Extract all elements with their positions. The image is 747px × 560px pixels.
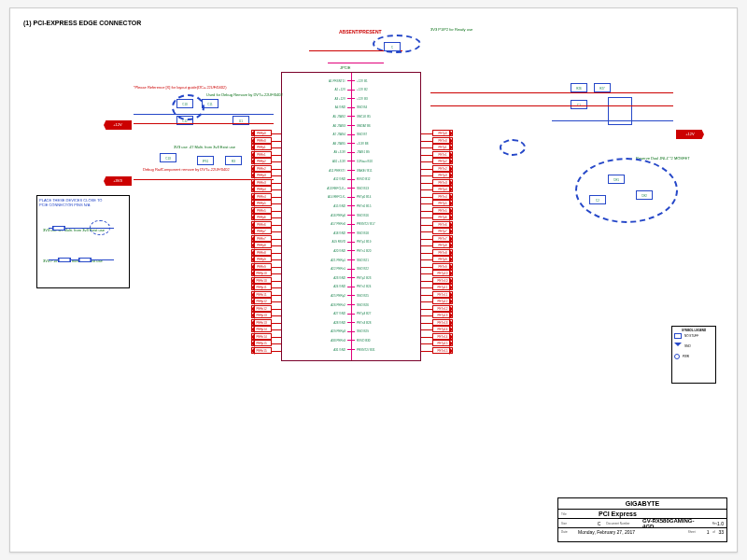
mini-circuit-1 — [49, 228, 114, 241]
pin-left: A28 GND — [282, 321, 347, 325]
pin-right: +12V B2 — [355, 88, 420, 91]
wire — [552, 120, 673, 121]
pin-right: PETp0 B14 — [355, 195, 420, 199]
pin-tick — [347, 340, 355, 341]
symbol-legend: SYMBOL LEGEND NO STUFF GND PWR — [671, 326, 716, 384]
note-ul-2: Used for Debug Remove by DVT=.22UF/0402 — [206, 92, 283, 97]
wire — [421, 301, 432, 302]
wire — [272, 231, 281, 232]
pin-left: A27 GND — [282, 312, 347, 315]
pin-left: A24 GND — [282, 285, 347, 288]
tb-of-label: of — [709, 530, 718, 534]
pin-row: A21 PERp1GND B21 — [282, 256, 420, 264]
pin-tick — [347, 304, 355, 305]
net-left: PERp13 — [251, 312, 272, 318]
pin-right: PETp1 B19 — [355, 240, 420, 244]
pin-row: A6 JTAG3SMDAT B6 — [282, 121, 420, 130]
wire — [272, 141, 281, 142]
component: CR2 — [636, 190, 653, 200]
wire — [272, 273, 281, 274]
pin-row: A29 PERp3GND B29 — [282, 328, 420, 336]
wire — [421, 175, 432, 176]
wire — [272, 239, 281, 240]
pin-row: A8 JTAG5+3.3V B8 — [282, 139, 420, 147]
wire — [421, 189, 432, 190]
tb-rev-label: Rev — [704, 522, 718, 525]
net-left: PERp8 — [251, 242, 272, 248]
pin-tick — [347, 232, 355, 233]
pin-tick — [347, 205, 355, 206]
pin-right: PRSNT2# B31 — [355, 348, 420, 352]
pin-row: A11 PERST#WAKE# B11 — [282, 166, 420, 175]
net-right: PETn15 — [432, 347, 453, 354]
wire — [272, 245, 281, 246]
pin-right: GND B18 — [355, 231, 420, 235]
pin-tick — [347, 80, 355, 81]
pin-right: PETn1 B20 — [355, 249, 420, 253]
net-left: PERp7 — [251, 228, 272, 234]
wire — [421, 343, 432, 344]
pin-row: A30 PERn3RSVD B30 — [282, 336, 420, 344]
pin-tick — [347, 331, 355, 332]
pin-row: A18 GNDGND B18 — [282, 229, 420, 237]
pin-right: SMDAT B6 — [355, 124, 420, 128]
net-left: PERn7 — [251, 235, 272, 242]
wire — [421, 211, 432, 212]
pin-tick — [347, 152, 355, 153]
pin-right: PETn2 B24 — [355, 285, 420, 288]
wire — [272, 295, 281, 296]
port-12v-right: +12V — [676, 130, 704, 139]
pin-row: A1 PRSNT1#+12V B1 — [282, 77, 420, 85]
net-right: PETn2 — [432, 165, 453, 172]
component: IPS1 — [197, 156, 214, 165]
pin-row: A14 REFCLK-PETp0 B14 — [282, 193, 420, 202]
sheet-title: (1) PCI-EXPRESS EDGE CONNECTOR — [23, 20, 141, 26]
pin-tick — [347, 314, 355, 315]
tb-title: PCI Express — [599, 511, 637, 517]
pin-tick — [347, 224, 355, 225]
pin-right: GND B13 — [355, 187, 420, 190]
wire — [421, 309, 432, 310]
pin-row: A4 GNDGND B4 — [282, 104, 420, 112]
wire — [134, 123, 274, 124]
highlight-mosfet — [575, 158, 678, 223]
legend-text: PWR — [683, 355, 689, 358]
notes-line-1: PCIE CONNECTOR PINS N/A — [39, 203, 127, 207]
net-left: PERp12 — [251, 298, 272, 304]
pin-left: A6 JTAG3 — [282, 124, 347, 128]
net-right: PETn1 — [432, 151, 453, 158]
pin-row: A31 GNDPRSNT2# B31 — [282, 345, 420, 354]
wire — [421, 239, 432, 240]
net-right: PETp11 — [432, 284, 453, 290]
pin-row: A24 GNDPETn2 B24 — [282, 283, 420, 291]
net-right: PETn5 — [432, 207, 453, 214]
wire — [421, 273, 432, 274]
mini-res — [52, 226, 65, 231]
pin-tick — [347, 287, 355, 287]
port-3v3: +3V3 — [104, 176, 132, 186]
tb-size: C — [598, 521, 607, 526]
pin-left: A15 GND — [282, 204, 347, 208]
net-left: PERp0 — [251, 130, 272, 136]
wire — [272, 281, 281, 282]
wire — [272, 211, 281, 212]
highlight-mid-right — [500, 139, 526, 156]
wire — [272, 169, 281, 170]
pin-tick — [347, 295, 355, 296]
tb-rev: 1.0 — [717, 521, 724, 526]
tb-title-label: Title — [561, 512, 599, 516]
pin-tick — [347, 170, 355, 171]
wire — [430, 92, 673, 93]
wire — [421, 147, 432, 148]
pin-tick — [347, 242, 355, 243]
pin-left: A19 RSVD — [282, 240, 347, 244]
wire — [421, 161, 432, 162]
wire — [272, 315, 281, 316]
pin-right: +12V B3 — [355, 97, 420, 101]
pin-row: A16 PERp0GND B16 — [282, 211, 420, 219]
pin-row: A3 +12V+12V B3 — [282, 94, 420, 103]
wire — [421, 231, 432, 232]
net-right: PETn0 — [432, 137, 453, 144]
component: C1 — [571, 100, 587, 109]
net-left: PERn10 — [251, 277, 272, 284]
